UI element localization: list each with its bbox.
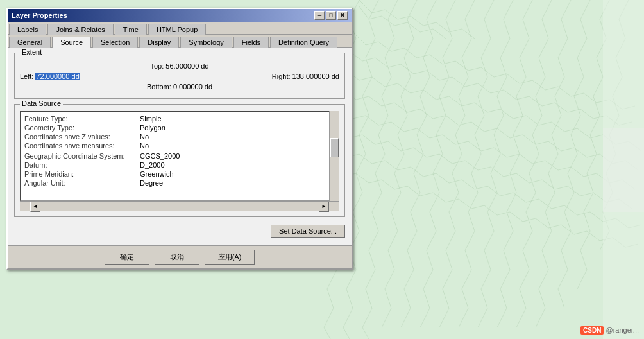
datasource-key: Angular Unit:: [23, 178, 139, 187]
datasource-value: CGCS_2000: [139, 152, 327, 161]
horizontal-scrollbar[interactable]: ◄ ►: [20, 201, 339, 211]
watermark-text: @ranger...: [606, 326, 639, 334]
extent-left-cell: Left: 72.000000 dd: [20, 73, 180, 80]
extent-top: Top: 56.000000 dd: [20, 62, 339, 70]
scroll-thumb[interactable]: [330, 138, 339, 157]
top-label: Top:: [150, 62, 164, 70]
datasource-row: Angular Unit:Degree: [23, 178, 327, 187]
datasource-row: Coordinates have measures:No: [23, 141, 327, 150]
left-label: Left:: [20, 73, 33, 80]
datasource-value: Polygon: [139, 123, 327, 132]
extent-group: Extent Top: 56.000000 dd Left: 72.000000…: [14, 53, 345, 99]
extent-grid: Top: 56.000000 dd Left: 72.000000 dd Rig…: [20, 60, 339, 93]
datasource-label: Data Source: [20, 100, 63, 107]
datasource-row: Datum:D_2000: [23, 161, 327, 170]
tab-fields[interactable]: Fields: [233, 37, 269, 48]
scroll-left-arrow[interactable]: ◄: [30, 202, 40, 212]
tab-symbology[interactable]: Symbology: [180, 37, 232, 48]
tab-labels[interactable]: Labels: [9, 24, 46, 35]
tab-time[interactable]: Time: [115, 24, 147, 35]
tab-row-1: Labels Joins & Relates Time HTML Popup: [8, 22, 352, 35]
datasource-key: Geographic Coordinate System:: [23, 152, 139, 161]
watermark: CSDN @ranger...: [580, 326, 639, 334]
cancel-button[interactable]: 取消: [155, 250, 199, 265]
set-datasource-button[interactable]: Set Data Source...: [271, 225, 345, 238]
tab-general[interactable]: General: [9, 37, 51, 48]
datasource-value: Degree: [139, 178, 327, 187]
dialog-content: Extent Top: 56.000000 dd Left: 72.000000…: [8, 48, 352, 245]
extent-right-cell: Right: 138.000000 dd: [180, 73, 339, 80]
close-button[interactable]: ✕: [337, 11, 348, 20]
watermark-logo: CSDN: [580, 326, 604, 335]
tab-html-popup[interactable]: HTML Popup: [148, 24, 206, 35]
tab-row-2: General Source Selection Display Symbolo…: [8, 35, 352, 48]
datasource-value: Simple: [139, 114, 327, 123]
datasource-key: Feature Type:: [23, 114, 139, 123]
datasource-box[interactable]: Feature Type:SimpleGeometry Type:Polygon…: [20, 111, 339, 201]
ok-button[interactable]: 确定: [105, 250, 149, 265]
vertical-scrollbar[interactable]: [329, 111, 339, 201]
apply-button[interactable]: 应用(A): [205, 250, 255, 265]
right-value: 138.000000 dd: [292, 73, 339, 80]
hscroll-track: [40, 204, 319, 209]
top-value: 56.000000 dd: [165, 62, 208, 70]
datasource-row: Coordinates have Z values:No: [23, 132, 327, 141]
datasource-row: Prime Meridian:Greenwich: [23, 170, 327, 178]
tab-source[interactable]: Source: [52, 37, 91, 48]
tab-joins-relates[interactable]: Joins & Relates: [47, 24, 113, 35]
title-bar: Layer Properties ─ □ ✕: [8, 9, 352, 22]
datasource-value: No: [139, 141, 327, 150]
dialog-title: Layer Properties: [12, 12, 67, 19]
title-bar-buttons: ─ □ ✕: [314, 11, 348, 20]
extent-label: Extent: [20, 48, 44, 56]
minimize-button[interactable]: ─: [314, 11, 325, 20]
maximize-button[interactable]: □: [326, 11, 336, 20]
datasource-key: Datum:: [23, 161, 139, 170]
tab-selection[interactable]: Selection: [92, 37, 138, 48]
extent-bottom: Bottom: 0.000000 dd: [20, 83, 339, 91]
datasource-row: Geometry Type:Polygon: [23, 123, 327, 132]
datasource-row: Geographic Coordinate System:CGCS_2000: [23, 152, 327, 161]
layer-properties-dialog: Layer Properties ─ □ ✕ Labels Joins & Re…: [6, 8, 353, 270]
left-value: 72.000000 dd: [35, 73, 80, 80]
set-datasource-row: Set Data Source...: [14, 222, 345, 240]
datasource-key: Coordinates have Z values:: [23, 132, 139, 141]
tab-definition-query[interactable]: Definition Query: [270, 37, 337, 48]
tab-display[interactable]: Display: [139, 37, 179, 48]
bottom-value: 0.000000 dd: [173, 83, 212, 91]
datasource-key: Coordinates have measures:: [23, 141, 139, 150]
dialog-footer: 确定 取消 应用(A): [8, 245, 352, 268]
datasource-table: Feature Type:SimpleGeometry Type:Polygon…: [23, 114, 327, 187]
right-label: Right:: [272, 73, 291, 80]
bottom-label: Bottom:: [147, 83, 171, 91]
scroll-right-arrow[interactable]: ►: [319, 202, 329, 212]
datasource-row: Feature Type:Simple: [23, 114, 327, 123]
datasource-container: Feature Type:SimpleGeometry Type:Polygon…: [20, 111, 339, 201]
datasource-value: No: [139, 132, 327, 141]
datasource-value: D_2000: [139, 161, 327, 170]
svg-rect-2: [603, 128, 644, 212]
datasource-value: Greenwich: [139, 170, 327, 178]
datasource-group: Data Source Feature Type:SimpleGeometry …: [14, 104, 345, 217]
datasource-key: Geometry Type:: [23, 123, 139, 132]
datasource-key: Prime Meridian:: [23, 170, 139, 178]
